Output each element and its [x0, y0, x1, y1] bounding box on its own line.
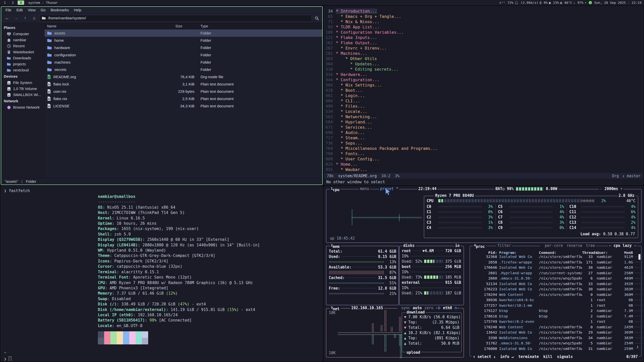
org-line-584[interactable]: 584* Hyprland... [324, 119, 643, 125]
file-row-machines[interactable]: machinesFolder [45, 59, 322, 66]
file-row-flake.nix[interactable]: flake.nix2,5 KiBPlain text document [45, 95, 322, 102]
file-row-hardware[interactable]: hardwareFolder [45, 44, 322, 51]
org-line-799[interactable]: 799* Fonts... [324, 151, 643, 156]
org-line-534[interactable]: 534* Locale... [324, 109, 643, 114]
org-line-717[interactable]: 717* Steam... [324, 135, 643, 141]
proc-header[interactable]: Pid: [471, 251, 499, 255]
process-row[interactable]: 38936kworker/u64:6-kc1root0B0.0 [471, 297, 640, 303]
menu-help[interactable]: Help [71, 8, 84, 13]
org-buffer[interactable]: 34* Introduction...65* Emacs + Org + Tan… [324, 9, 643, 172]
net-tab-auto[interactable]: auto [413, 306, 422, 310]
process-row[interactable]: 2601.Hyprland-wrapp/run/current-system/s… [471, 270, 640, 276]
net-tab-sync[interactable]: sync [401, 306, 410, 310]
process-row[interactable]: 177257kworker/10:1-mm_1root0B0.0 [471, 303, 640, 308]
file-row-flake.lock[interactable]: flake.lock3,1 KiBPlain text document [45, 80, 322, 88]
process-row[interactable]: 51762.emacs-31.0.50-/nix/store/wnqz5pa8r… [471, 341, 640, 346]
footer-action-signals[interactable]: signals [557, 354, 573, 359]
file-row-user.nix[interactable]: user.nix229 bytesPlain text document [45, 88, 322, 95]
process-row[interactable]: 52368Isolated Web Co/nix/store/sm8fmrf3w… [471, 254, 640, 260]
menu-edit[interactable]: Edit [14, 8, 25, 13]
column-type[interactable]: Type [198, 24, 322, 28]
process-row[interactable]: 13642Isolated Web Co/nix/store/sm8fmrf3w… [471, 330, 640, 335]
workspace-3[interactable]: 3 [18, 1, 24, 5]
footer-action-kill[interactable]: kill [543, 354, 552, 359]
forward-button[interactable]: → [12, 15, 20, 21]
process-row[interactable]: 52134Isolated Web Co/nix/store/sm8fmrf3w… [471, 281, 640, 287]
org-line-825[interactable]: 825* Home... [324, 162, 643, 167]
menu-go[interactable]: Go [38, 8, 48, 13]
proc-tab-tree[interactable]: tree [586, 243, 595, 248]
process-row[interactable]: 176000Isolated Web Co/nix/store/sm8fmrf3… [471, 346, 640, 351]
sidebar-item-nambiar[interactable]: nambiar [1, 37, 44, 43]
menu-file[interactable]: File [3, 8, 14, 13]
file-row-home[interactable]: homeFolder [45, 37, 322, 44]
footer-action-info[interactable]: info ↵ [500, 354, 514, 359]
org-line-282[interactable]: 282* Machines... [324, 51, 643, 56]
sidebar-item-browse-network[interactable]: Browse Network [1, 104, 44, 110]
proc-tab-per-core[interactable]: per-core [545, 243, 563, 248]
org-line-344[interactable]: 344* Configuration... [324, 77, 643, 82]
org-line-109[interactable]: 109* Configuration Variables... [324, 30, 643, 35]
proc-tabs[interactable]: per-corereversetree [540, 243, 596, 248]
process-row[interactable]: 2660.emacs-31.0.50-/nix/store/wnqz5pa8ra… [471, 276, 640, 281]
org-line-484[interactable]: 484* CLI... [324, 98, 643, 104]
io-tab[interactable]: io [454, 243, 461, 248]
sidebar-item-downloads[interactable]: Downloads [1, 55, 44, 61]
sidebar-item-nextcloud[interactable]: nextcloud [1, 67, 44, 73]
file-row-secrets[interactable]: secretsFolder [45, 66, 322, 73]
org-line-304[interactable]: 304* Updates... [324, 61, 643, 67]
proc-header[interactable]: User: [594, 251, 617, 255]
org-line-428[interactable]: 428* Boot... [324, 88, 643, 93]
proc-header[interactable] [634, 252, 643, 254]
org-line-563[interactable]: 563* Networking... [324, 114, 643, 119]
menu-tab[interactable]: menu [359, 187, 370, 191]
workspace-2[interactable]: 2 [10, 1, 16, 5]
path-bar[interactable]: /home/nambiar/system/ [39, 15, 312, 22]
org-line-736[interactable]: 736* Sops... [324, 141, 643, 146]
process-row[interactable]: 175749kworker/6:2-even1root0B0.0 [471, 319, 640, 325]
proc-box-title[interactable]: 4proc [473, 243, 486, 249]
file-row-assets[interactable]: assetsFolder [45, 29, 322, 37]
file-row-configuration[interactable]: configurationFolder [45, 51, 322, 59]
up-button[interactable]: ↑ [21, 15, 29, 21]
org-line-499[interactable]: 499* Files... [324, 104, 643, 109]
terminal-window[interactable]: ❯ fastfetch nambiar@smallbox------------… [1, 186, 323, 361]
org-line-93[interactable]: 93* TLDR App List... [324, 24, 643, 30]
org-line-65[interactable]: 65* Emacs + Org + Tangle... [324, 14, 643, 19]
org-line-671[interactable]: 671* Services... [324, 125, 643, 130]
sidebar-item-projects[interactable]: projects [1, 61, 44, 67]
sidebar-item-file-system[interactable]: File System [1, 80, 44, 86]
sidebar-item-recent[interactable]: Recent [1, 43, 44, 49]
org-line-764[interactable]: 764* Miscellaneous Packages and Programs… [324, 146, 643, 151]
menu-bookmarks[interactable]: Bookmarks [48, 8, 71, 13]
org-line-698[interactable]: 698* Audio... [324, 130, 643, 135]
update-interval[interactable]: - 2000ms + [599, 187, 624, 191]
org-line-461[interactable]: 461* Login... [324, 93, 643, 98]
cpu-box-title[interactable]: 1cpu [330, 187, 341, 192]
sidebar-item-smallbox-wi-[interactable]: SMALLBOX Wi... [1, 92, 44, 98]
sidebar-item-wastebasket[interactable]: Wastebasket [1, 49, 44, 55]
proc-header[interactable]: Command: [539, 251, 582, 255]
scroll-down-arrow[interactable]: ↓ [636, 344, 639, 349]
sidebar-item-1-0-tb-volume[interactable]: 1,0 TB Volume [1, 86, 44, 92]
process-row[interactable]: 179127btopbtop2nambiar7.3M0.0 [471, 308, 640, 314]
proc-header[interactable]: MemB [617, 251, 633, 255]
org-line-303[interactable]: 303* Other Utils [324, 56, 643, 61]
org-line-316[interactable]: 316* Hardware... [324, 72, 643, 77]
mem-box-title[interactable]: 2mem [330, 243, 341, 249]
sidebar-item-computer[interactable]: Computer [1, 31, 44, 37]
org-line-34[interactable]: 34* Introduction... [324, 9, 643, 14]
net-tab-n[interactable]: n→ [455, 306, 459, 310]
proc-tab-reverse[interactable]: reverse [567, 243, 582, 248]
org-line-162[interactable]: 162* Flake Output... [324, 40, 643, 46]
search-button[interactable] [313, 15, 320, 21]
proc-scrollbar[interactable] [638, 254, 640, 260]
process-row[interactable]: 178616btopbtop2nambiar7.4M0.0 [471, 313, 640, 319]
process-row[interactable]: 178294Web Content/nix/store/sm8fmrf3wps4… [471, 292, 640, 297]
org-line-384[interactable]: 384* Nix Settings... [324, 82, 643, 88]
net-tab-zero[interactable]: zero [424, 306, 433, 310]
net-tab-eth0[interactable]: eth0 [443, 306, 452, 310]
org-line-310[interactable]: 310* Editing secrets... [324, 67, 643, 72]
process-row[interactable]: 176223Isolated Web Co/nix/store/sm8fmrf3… [471, 287, 640, 292]
proc-header[interactable]: Threads: [582, 251, 594, 255]
